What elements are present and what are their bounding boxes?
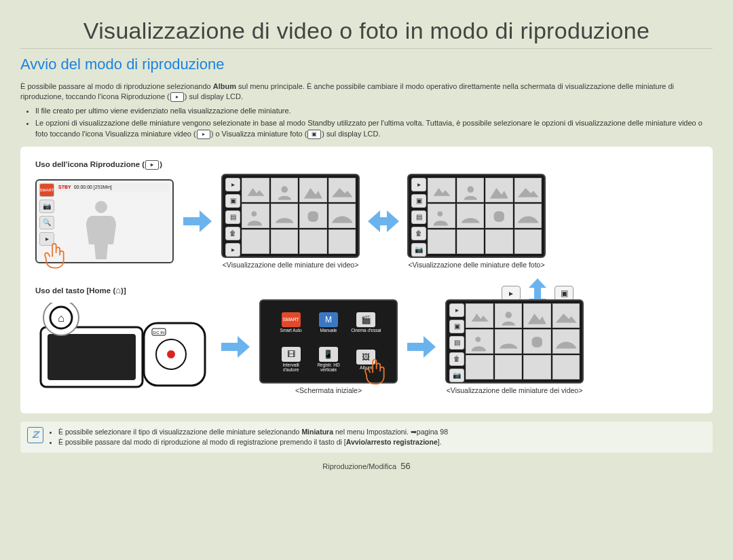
bullet-1: Il file creato per ultimo viene evidenzi… [35, 106, 713, 117]
video-thumb[interactable] [523, 329, 551, 354]
video-thumb[interactable] [552, 329, 580, 354]
svg-point-3 [467, 186, 474, 193]
svg-point-16 [505, 312, 512, 318]
video-thumbnail-screen: ▸ ▣ ▤ 🗑 📷 [445, 299, 584, 384]
section-subtitle: Avvio del modo di riproduzione [20, 56, 713, 73]
photo-thumbnail-screen: ▸ ▣ ▤ 🗑 📷 [407, 174, 546, 258]
note-1: È possibile selezionare il tipo di visua… [58, 427, 448, 437]
video-thumb-caption: <Visualizzazione delle miniature dei vid… [447, 386, 583, 394]
photo-thumb[interactable] [514, 229, 542, 254]
filmstrip-icon: ▤ [449, 336, 464, 350]
camcorder-illustration: ⌂ DC IN [35, 303, 212, 391]
svg-rect-2 [308, 211, 318, 221]
photo-mode-icon[interactable]: ▣ [411, 194, 426, 208]
menu-intervalli[interactable]: 🎞Intervalli d'autore [274, 343, 307, 377]
smart-icon: SMART [39, 183, 54, 197]
photo-thumb[interactable] [428, 204, 455, 228]
stby-label: STBY [58, 185, 71, 189]
intro-bullets: Il file creato per ultimo viene evidenzi… [35, 106, 713, 140]
video-thumb[interactable] [466, 355, 493, 379]
photo-thumb[interactable] [514, 204, 542, 228]
svg-rect-5 [494, 211, 504, 221]
video-thumb[interactable] [523, 355, 551, 379]
video-thumb[interactable] [466, 303, 493, 328]
right-arrow-icon [406, 335, 437, 359]
trash-icon[interactable]: 🗑 [411, 227, 426, 240]
photo-thumb[interactable] [485, 204, 513, 228]
trash-icon[interactable]: 🗑 [449, 352, 464, 366]
video-thumb[interactable] [242, 229, 269, 254]
svg-point-17 [475, 337, 481, 342]
photo-thumb[interactable] [457, 178, 485, 202]
intro-text: È possibile passare al modo di riproduzi… [20, 81, 713, 102]
video-thumbnail-screen: ▸ ▣ ▤ 🗑 ▸ [221, 174, 360, 258]
photo-thumb[interactable] [485, 178, 513, 202]
photo-mode-icon: ▣ [555, 286, 574, 301]
photo-thumb-caption: <Visualizzazione delle miniature delle f… [408, 261, 544, 269]
zoom-icon: 🔍 [39, 216, 54, 229]
play-icon-section-label: Uso dell'icona Riproduzione (▸) [35, 160, 698, 170]
svg-text:DC IN: DC IN [153, 331, 164, 335]
photo-thumb[interactable] [514, 178, 542, 202]
video-thumb[interactable] [495, 329, 523, 354]
camera-icon[interactable]: 📷 [449, 369, 464, 382]
svg-text:⌂: ⌂ [58, 312, 64, 324]
status-bar: STBY 00:00:00 [253Min] [56, 183, 170, 191]
video-thumb[interactable] [495, 303, 523, 328]
home-screen-caption: <Schermata iniziale> [295, 386, 362, 394]
menu-hd-verticale[interactable]: 📱Registr. HD verticale [312, 343, 345, 377]
touch-hand-icon [41, 243, 67, 273]
video-thumb[interactable] [552, 303, 580, 328]
play-icon[interactable]: ▸ [225, 243, 240, 257]
trash-icon[interactable]: 🗑 [225, 227, 240, 240]
photo-mode-icon[interactable]: ▣ [449, 320, 464, 333]
touch-hand-icon [361, 359, 387, 389]
video-thumb[interactable] [328, 204, 356, 228]
svg-rect-18 [532, 337, 542, 347]
filmstrip-icon: ▤ [411, 210, 426, 224]
video-thumb[interactable] [328, 178, 356, 202]
video-thumb[interactable] [299, 229, 327, 254]
video-thumb[interactable] [271, 178, 299, 202]
video-mode-icon[interactable]: ▸ [225, 178, 240, 191]
illustration-panel: Uso dell'icona Riproduzione (▸) SMART 📷 … [20, 147, 713, 413]
right-arrow-icon [220, 335, 251, 359]
video-thumb-caption: <Visualizzazione delle miniature dei vid… [223, 261, 359, 269]
video-thumb[interactable] [242, 178, 269, 202]
menu-manuale[interactable]: MManuale [312, 306, 345, 339]
video-thumb-icon: ▸ [197, 130, 210, 139]
double-arrow-icon [368, 209, 399, 234]
video-thumb[interactable] [299, 204, 327, 228]
play-icon: ▸ [170, 92, 184, 102]
photo-thumb[interactable] [457, 229, 485, 254]
video-mode-icon[interactable]: ▸ [449, 303, 464, 317]
video-thumb[interactable] [552, 355, 580, 379]
video-thumb[interactable] [523, 303, 551, 328]
photo-thumb[interactable] [457, 204, 485, 228]
video-thumb[interactable] [271, 229, 299, 254]
photo-thumb-icon: ▣ [307, 130, 321, 139]
home-screen: SMARTSmart Auto MManuale 🎬Cinema d'essai… [259, 299, 398, 384]
video-thumb[interactable] [466, 329, 493, 354]
rec-time: 00:00:00 [253Min] [74, 185, 112, 189]
menu-cinema[interactable]: 🎬Cinema d'essai [350, 306, 383, 339]
video-thumb[interactable] [328, 229, 356, 254]
video-thumb[interactable] [299, 178, 327, 202]
page-title: Visualizzazione di video o foto in modo … [20, 18, 713, 49]
standby-screen: SMART 📷 🔍 ▸ STBY 00:00:00 [253Min] [35, 179, 174, 263]
video-thumb[interactable] [242, 204, 269, 228]
camera-icon[interactable]: 📷 [411, 243, 426, 257]
home-section-label: Uso del tasto [Home (⌂)] [35, 285, 698, 295]
note-2: È possibile passare dal modo di riproduz… [58, 437, 448, 447]
photo-thumb[interactable] [485, 229, 513, 254]
video-thumb[interactable] [495, 355, 523, 379]
camera-icon: 📷 [39, 200, 54, 213]
video-mode-icon[interactable]: ▸ [411, 178, 426, 191]
svg-point-1 [251, 211, 257, 217]
menu-smart-auto[interactable]: SMARTSmart Auto [274, 306, 307, 339]
photo-thumb[interactable] [428, 178, 455, 202]
photo-mode-icon[interactable]: ▣ [225, 194, 240, 208]
photo-thumb[interactable] [428, 229, 455, 254]
video-thumb[interactable] [271, 204, 299, 228]
note-box: ℤ È possibile selezionare il tipo di vis… [20, 422, 713, 453]
